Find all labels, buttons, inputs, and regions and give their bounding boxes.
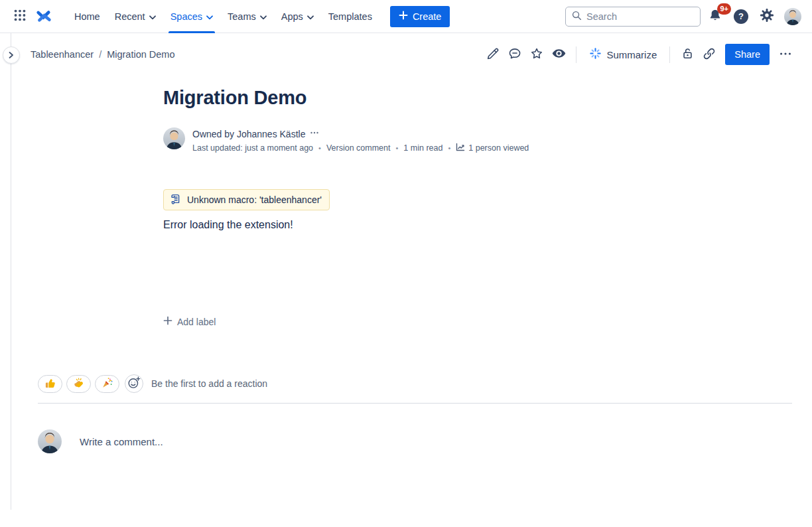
breadcrumb: Tableenhancer / Migration Demo: [31, 49, 175, 60]
meta-separator: [313, 143, 326, 153]
thumbs-up-emoji: [44, 377, 56, 391]
last-updated-text[interactable]: Last updated: just a moment ago: [192, 143, 313, 153]
nav-templates[interactable]: Templates: [321, 0, 379, 33]
byline-more-icon[interactable]: [310, 128, 319, 139]
chevron-down-icon: [206, 11, 213, 22]
copy-link-button[interactable]: [699, 44, 720, 65]
read-time-text: 1 min read: [403, 143, 442, 153]
add-reaction-button[interactable]: [125, 374, 143, 393]
chevron-down-icon: [149, 11, 156, 22]
active-tab-underline: [169, 31, 215, 33]
plus-icon: [163, 316, 172, 327]
reaction-clap-button[interactable]: [66, 375, 91, 393]
unknown-macro-placeholder[interactable]: Unknown macro: 'tableenhancer': [163, 189, 330, 210]
primary-nav: Home Recent Spaces Teams Apps Templates: [67, 0, 379, 33]
share-button[interactable]: Share: [725, 44, 770, 65]
search-box[interactable]: [565, 7, 701, 27]
page-actions: Summarize Share: [482, 44, 796, 65]
clap-emoji: [73, 377, 84, 391]
current-user-avatar: [38, 429, 62, 453]
meta-separator: [391, 143, 404, 153]
breadcrumb-page[interactable]: Migration Demo: [107, 49, 174, 60]
summarize-button[interactable]: Summarize: [583, 44, 663, 65]
owned-by-text[interactable]: Owned by Johannes Kästle: [192, 129, 305, 139]
breadcrumb-space[interactable]: Tableenhancer: [31, 49, 94, 60]
search-input[interactable]: [586, 11, 686, 22]
breadcrumb-separator: /: [99, 49, 102, 60]
analytics-viewed[interactable]: 1 person viewed: [456, 143, 529, 153]
smiley-plus-icon: [127, 376, 141, 392]
nav-spaces[interactable]: Spaces: [163, 0, 220, 33]
reaction-thumbs-up-button[interactable]: [38, 375, 62, 393]
scroll-icon: [170, 193, 181, 206]
page-title: Migration Demo: [163, 86, 654, 109]
page-header-row: Tableenhancer / Migration Demo: [0, 33, 812, 76]
confluence-logo-icon: [36, 7, 52, 26]
confluence-logo[interactable]: [34, 7, 54, 27]
pencil-icon: [486, 46, 500, 63]
line-chart-icon: [456, 143, 465, 153]
divider: [576, 46, 576, 63]
comment-input[interactable]: Write a comment...: [80, 436, 163, 447]
comment-bubble-icon: [508, 46, 522, 63]
ellipsis-icon: [778, 46, 793, 63]
comment-section: Write a comment...: [38, 429, 163, 453]
owner-avatar[interactable]: [163, 127, 185, 149]
link-icon: [702, 46, 716, 63]
inline-comments-button[interactable]: [504, 44, 525, 65]
chevron-down-icon: [307, 11, 314, 22]
favorite-button[interactable]: [526, 44, 547, 65]
macro-warning-text: Unknown macro: 'tableenhancer': [187, 194, 322, 205]
sidebar-rail: [11, 33, 11, 510]
byline: Owned by Johannes Kästle Last updated: j…: [163, 127, 654, 153]
avatar: [784, 8, 801, 25]
extension-error-text: Error loading the extension!: [163, 219, 654, 231]
expand-sidebar-button[interactable]: [3, 46, 20, 64]
edit-button[interactable]: [482, 44, 504, 65]
chevron-down-icon: [260, 11, 267, 22]
nav-home[interactable]: Home: [67, 0, 107, 33]
restrictions-button[interactable]: [677, 44, 698, 65]
top-navigation: Home Recent Spaces Teams Apps Templates …: [0, 0, 812, 33]
reaction-prompt: Be the first to add a reaction: [151, 378, 267, 389]
ai-sparkle-icon: [589, 47, 602, 62]
nav-recent[interactable]: Recent: [107, 0, 163, 33]
settings-button[interactable]: [757, 7, 777, 27]
top-right-cluster: 9+ ?: [705, 7, 803, 27]
unlocked-padlock-icon: [681, 46, 695, 62]
page-content: Migration Demo Owned by Johannes Kästle …: [163, 86, 654, 327]
help-button[interactable]: ?: [731, 7, 751, 27]
chevron-right-icon: [9, 50, 14, 60]
create-button[interactable]: Create: [390, 6, 450, 27]
meta-separator: [442, 143, 456, 153]
content-divider: [38, 403, 792, 404]
star-icon: [529, 46, 544, 63]
reaction-party-popper-button[interactable]: [95, 375, 119, 393]
divider: [669, 46, 670, 63]
notification-badge: 9+: [717, 3, 731, 15]
plus-icon: [399, 11, 408, 22]
app-switcher-button[interactable]: [10, 7, 30, 27]
watch-button[interactable]: [548, 44, 569, 65]
nav-apps[interactable]: Apps: [274, 0, 321, 33]
reactions-bar: Be the first to add a reaction: [38, 374, 267, 393]
party-popper-emoji: [102, 377, 113, 391]
add-label-button[interactable]: Add label: [163, 316, 216, 327]
eye-icon: [551, 46, 567, 63]
version-comment-link[interactable]: Version comment: [326, 143, 391, 153]
profile-button[interactable]: [783, 7, 803, 27]
gear-icon: [760, 8, 774, 25]
search-icon: [571, 10, 582, 23]
help-icon: ?: [734, 9, 748, 24]
notifications-button[interactable]: 9+: [705, 7, 725, 27]
nav-teams[interactable]: Teams: [220, 0, 274, 33]
more-actions-button[interactable]: [775, 44, 796, 65]
app-grid-icon: [13, 8, 27, 25]
